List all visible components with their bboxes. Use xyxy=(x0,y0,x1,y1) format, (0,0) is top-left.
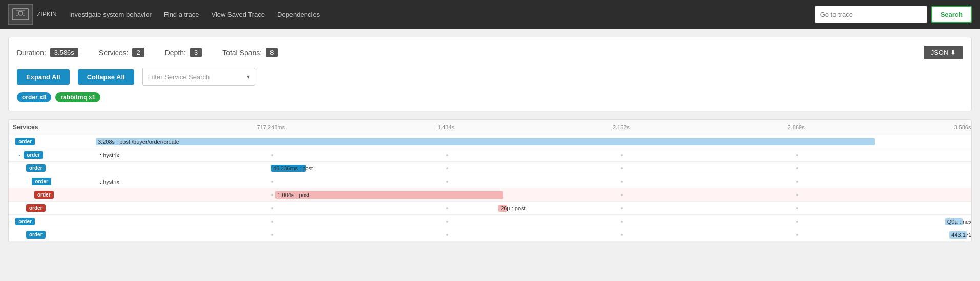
span-service-tag: order xyxy=(24,151,43,159)
span-service-col: -order xyxy=(9,218,96,225)
tag-order[interactable]: order x8 xyxy=(17,92,51,102)
trace-meta-row: Duration: 3.586s Services: 2 Depth: 3 To… xyxy=(17,46,963,59)
services-value: 2 xyxy=(132,48,144,57)
collapse-toggle-icon[interactable]: - xyxy=(27,179,29,184)
timeline-labels: 717.248ms 1.434s 2.152s 2.869s 3.586s xyxy=(96,120,971,135)
filter-service-select[interactable]: Filter Service Search xyxy=(142,68,255,86)
expand-all-button[interactable]: Expand All xyxy=(17,69,70,85)
span-dot xyxy=(271,194,273,196)
span-dot xyxy=(796,181,798,183)
svg-rect-0 xyxy=(12,9,29,20)
depth-value: 3 xyxy=(190,48,202,57)
span-dot xyxy=(796,221,798,223)
span-dot xyxy=(621,207,623,209)
main-content: Duration: 3.586s Services: 2 Depth: 3 To… xyxy=(0,29,980,250)
span-dot xyxy=(971,167,972,169)
depth-label: Depth: xyxy=(165,49,186,57)
span-dot xyxy=(446,154,448,156)
json-download-button[interactable]: JSON ⬇ xyxy=(924,46,963,59)
span-dot xyxy=(271,207,273,209)
span-dot xyxy=(446,234,448,236)
span-service-col: -order xyxy=(9,138,96,145)
span-dot xyxy=(271,154,273,156)
span-bar-col: 3.208s : post /buyer/order/create xyxy=(96,135,971,148)
nav-view-saved-trace[interactable]: View Saved Trace xyxy=(211,11,265,18)
table-row[interactable]: order46.236ms : post xyxy=(9,162,971,175)
search-button[interactable]: Search xyxy=(931,6,972,23)
span-dot xyxy=(971,154,972,156)
nav-find-trace[interactable]: Find a trace xyxy=(164,11,199,18)
span-bar xyxy=(96,138,875,145)
span-bar-col: 443.172ms : on-message xyxy=(96,228,971,241)
logo-label: ZIPKIN xyxy=(37,11,57,18)
span-bar-col: Q0µ : next-message xyxy=(96,215,971,228)
services-meta: Services: 2 xyxy=(99,48,144,57)
svg-point-1 xyxy=(18,11,23,15)
collapse-toggle-icon[interactable]: - xyxy=(11,219,12,224)
table-row[interactable]: order1.004s : post xyxy=(9,188,971,202)
collapse-all-button[interactable]: Collapse All xyxy=(78,69,134,85)
span-dot xyxy=(621,234,623,236)
span-dot xyxy=(446,181,448,183)
nav-investigate[interactable]: Investigate system behavior xyxy=(69,11,152,18)
tag-row: order x8 rabbitmq x1 xyxy=(17,92,963,102)
duration-value: 3.586s xyxy=(50,48,78,57)
time-label-4: 3.586s xyxy=(954,124,971,131)
timeline-header: Services 717.248ms 1.434s 2.152s 2.869s … xyxy=(9,120,971,135)
time-label-3: 2.869s xyxy=(788,124,805,131)
spans-container: -order3.208s : post /buyer/order/create-… xyxy=(9,135,971,242)
span-label: 46.236ms : post xyxy=(273,165,313,171)
span-service-tag: order xyxy=(32,178,51,185)
filter-service-wrapper: Filter Service Search ▾ xyxy=(142,68,255,86)
span-dot xyxy=(971,141,972,143)
span-dot xyxy=(271,181,273,183)
span-service-tag: order xyxy=(26,164,46,172)
span-service-col: order xyxy=(9,164,96,172)
table-row[interactable]: order26µ : post xyxy=(9,202,971,215)
json-button-label: JSON ⬇ xyxy=(931,49,956,56)
span-dot xyxy=(971,234,972,236)
span-dot xyxy=(621,194,623,196)
table-row[interactable]: -orderQ0µ : next-message xyxy=(9,215,971,228)
span-dot xyxy=(271,234,273,236)
span-label: : hystrix xyxy=(100,179,119,185)
span-dot xyxy=(971,207,972,209)
span-label: 1.004s : post xyxy=(277,192,309,198)
span-label: : hystrix xyxy=(100,152,119,158)
header-search-group: Search xyxy=(815,6,972,23)
time-label-0: 717.248ms xyxy=(257,124,285,131)
span-label: 26µ : post xyxy=(501,205,526,211)
span-dot xyxy=(446,167,448,169)
table-row[interactable]: order443.172ms : on-message xyxy=(9,228,971,242)
span-dot xyxy=(446,207,448,209)
timeline-section: Services 717.248ms 1.434s 2.152s 2.869s … xyxy=(8,119,972,242)
nav-dependencies[interactable]: Dependencies xyxy=(277,11,320,18)
span-service-col: order xyxy=(9,231,96,239)
collapse-toggle-icon[interactable]: - xyxy=(19,152,20,158)
span-label: Q0µ : next-message xyxy=(947,219,972,225)
span-service-tag: order xyxy=(15,218,35,225)
collapse-toggle-icon[interactable]: - xyxy=(11,139,12,144)
go-to-trace-input[interactable] xyxy=(815,6,927,23)
span-dot xyxy=(796,167,798,169)
span-service-col: order xyxy=(9,191,96,199)
span-dot xyxy=(796,207,798,209)
span-bar-col: : hystrix xyxy=(96,148,971,161)
table-row[interactable]: -order3.208s : post /buyer/order/create xyxy=(9,135,971,148)
header: ZIPKIN Investigate system behavior Find … xyxy=(0,0,980,29)
trace-info-card: Duration: 3.586s Services: 2 Depth: 3 To… xyxy=(8,37,972,111)
table-row[interactable]: -order: hystrix xyxy=(9,175,971,188)
span-dot xyxy=(971,221,972,223)
span-dot xyxy=(446,221,448,223)
services-label: Services: xyxy=(99,49,129,57)
tag-rabbitmq[interactable]: rabbitmq x1 xyxy=(55,92,100,102)
span-label: 3.208s : post /buyer/order/create xyxy=(98,139,179,145)
action-row: Expand All Collapse All Filter Service S… xyxy=(17,68,963,86)
span-label: 443.172ms : on-message xyxy=(951,232,972,238)
span-dot xyxy=(796,194,798,196)
span-bar-col: : hystrix xyxy=(96,175,971,188)
services-col-header: Services xyxy=(9,124,96,131)
span-service-tag: order xyxy=(26,204,46,212)
table-row[interactable]: -order: hystrix xyxy=(9,148,971,162)
span-dot xyxy=(796,154,798,156)
